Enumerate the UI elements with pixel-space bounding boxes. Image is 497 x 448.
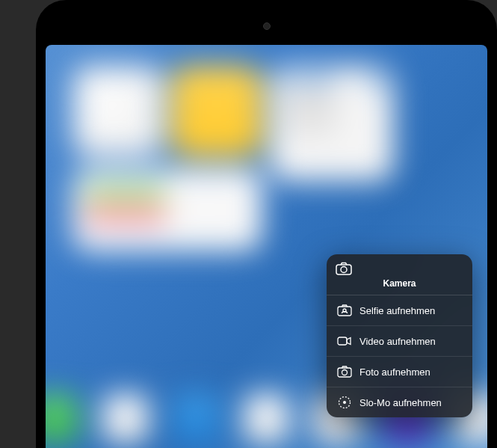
menu-title: Kamera (336, 278, 463, 289)
photo-icon (337, 364, 352, 379)
app-icon (244, 394, 289, 444)
video-icon (337, 334, 352, 349)
menu-item-selfie[interactable]: Selfie aufnehmen (327, 295, 472, 326)
reminders-widget (270, 66, 393, 181)
menu-item-label: Selfie aufnehmen (359, 305, 462, 316)
app-icon (46, 394, 78, 444)
app-icon (173, 394, 218, 444)
menu-item-slomo[interactable]: Slo-Mo aufnehmen (327, 387, 472, 417)
menu-item-label: Video aufnehmen (359, 336, 462, 347)
notes-widget (171, 66, 262, 156)
ipad-screen: Kamera Selfie aufnehmen (46, 45, 487, 448)
device-bezel: Kamera Selfie aufnehmen (36, 0, 497, 448)
svg-point-1 (341, 267, 347, 273)
camera-icon (336, 262, 463, 275)
menu-item-label: Foto aufnehmen (359, 366, 462, 378)
svg-point-8 (343, 401, 346, 404)
selfie-icon (337, 303, 352, 318)
slomo-icon (337, 395, 352, 410)
app-icon (102, 394, 148, 444)
menu-item-photo[interactable]: Foto aufnehmen (327, 357, 472, 387)
menu-header: Kamera (327, 254, 472, 295)
svg-rect-5 (338, 368, 351, 377)
svg-point-6 (342, 370, 348, 375)
device-frame: Kamera Selfie aufnehmen (0, 0, 497, 448)
camera-quick-actions-menu: Kamera Selfie aufnehmen (327, 254, 472, 417)
menu-item-label: Slo-Mo aufnehmen (359, 397, 462, 408)
menu-item-video[interactable]: Video aufnehmen (327, 326, 472, 357)
clock-widget (72, 66, 163, 156)
svg-rect-4 (338, 337, 347, 345)
calendar-widget (72, 169, 262, 251)
front-camera-dot (263, 22, 271, 30)
